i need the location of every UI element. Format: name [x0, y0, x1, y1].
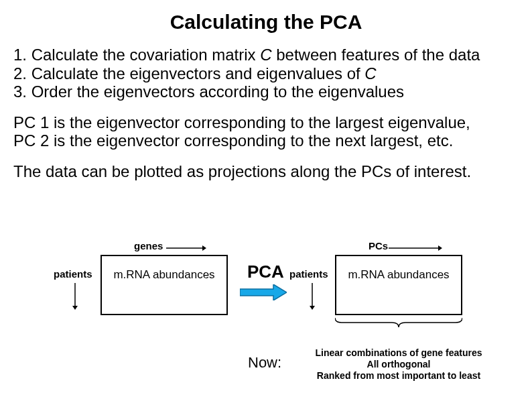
step-1-text-c: between features of the data [272, 46, 480, 64]
step-2-var: C [364, 64, 376, 82]
footer-line-2: All orthogonal [291, 359, 506, 370]
diagram-footer: Linear combinations of gene features All… [291, 347, 506, 381]
step-1-text-a: 1. Calculate the covariation matrix [13, 46, 260, 64]
step-3: 3. Order the eigenvectors according to t… [13, 82, 519, 101]
step-2-text-a: 2. Calculate the eigenvectors and eigenv… [13, 64, 364, 82]
genes-label: genes [134, 240, 163, 251]
arrow-right-icon [166, 245, 206, 251]
curly-brace-down-icon [335, 317, 462, 329]
svg-marker-3 [438, 245, 442, 251]
arrow-down-icon [72, 283, 78, 310]
paragraph-2: PC 1 is the eigenvector corresponding to… [0, 101, 532, 150]
para2-line1: PC 1 is the eigenvector corresponding to… [13, 113, 519, 132]
arrow-right-icon [389, 245, 442, 251]
pca-label: PCA [247, 262, 284, 282]
svg-marker-1 [202, 245, 206, 251]
now-label: Now: [248, 354, 281, 372]
pcs-label: PCs [369, 240, 388, 251]
svg-marker-7 [310, 306, 315, 310]
steps-block: 1. Calculate the covariation matrix C be… [0, 34, 532, 101]
arrow-down-icon [310, 283, 315, 310]
step-1: 1. Calculate the covariation matrix C be… [13, 46, 519, 64]
svg-marker-5 [72, 306, 78, 310]
footer-line-1: Linear combinations of gene features [291, 347, 506, 359]
patients-label-left: patients [54, 268, 92, 280]
box-left-text: m.RNA abundances [113, 268, 214, 282]
para2-line2: PC 2 is the eigenvector corresponding to… [13, 131, 519, 150]
block-arrow-right-icon [240, 284, 287, 300]
svg-marker-8 [240, 284, 287, 300]
slide-title: Calculating the PCA [0, 0, 532, 34]
paragraph-3: The data can be plotted as projections a… [0, 150, 532, 181]
matrix-box-right: m.RNA abundances [335, 255, 462, 315]
diagram: genes PCs patients patients m.RNA abunda… [0, 235, 532, 399]
step-1-var: C [260, 46, 271, 64]
box-right-text: m.RNA abundances [348, 268, 449, 282]
matrix-box-left: m.RNA abundances [101, 255, 228, 315]
patients-label-right: patients [289, 268, 328, 280]
footer-line-3: Ranked from most important to least [291, 370, 506, 382]
step-2: 2. Calculate the eigenvectors and eigenv… [13, 64, 519, 83]
